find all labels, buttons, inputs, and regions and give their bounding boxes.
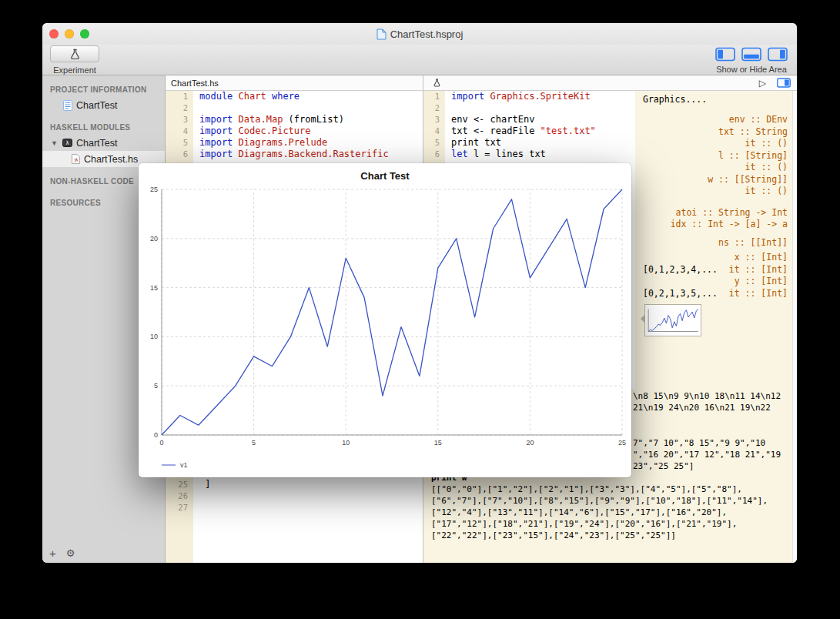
code-line: 4txt <- readFile "test.txt" — [423, 125, 635, 137]
line-number: 6 — [166, 149, 193, 160]
result-entry: idx :: Int -> [a] -> a — [643, 219, 788, 231]
svg-text:10: 10 — [150, 333, 158, 340]
editor-visible-bottom: 25 ]2627 — [166, 479, 423, 514]
result-entry: [0,2,1,3,5,...it :: [Int] — [643, 288, 788, 300]
output-line: [["0","0"],["1","2"],["2","1"],["3","3"]… — [431, 483, 797, 495]
result-entry: env :: DEnv — [643, 114, 788, 126]
chart-title: Chart Test — [139, 163, 631, 182]
code-line: 6import Diagrams.Backend.Rasterific — [166, 149, 423, 160]
gear-icon[interactable]: ⚙ — [66, 547, 75, 559]
sidebar-section-project-information: PROJECT INFORMATION — [42, 75, 165, 97]
result-entry: it :: () — [643, 186, 788, 198]
results-entries: env :: DEnvtxt :: Stringit :: ()l :: [St… — [643, 114, 788, 299]
line-number: 4 — [423, 125, 445, 137]
result-entry: x :: [Int] — [643, 252, 788, 264]
editor-tab-bar: ChartTest.hs — [166, 75, 423, 91]
line-number: 3 — [423, 114, 445, 125]
svg-text:5: 5 — [154, 382, 158, 390]
result-entry: w :: [[String]] — [643, 174, 788, 186]
output-line: ","16 20","17 12","18 21","19 — [633, 449, 797, 460]
sidebar-item-label: ChartTest — [76, 100, 118, 111]
result-entry: it :: () — [643, 138, 788, 150]
svg-text:v1: v1 — [180, 461, 188, 469]
code-line: 6let l = lines txt — [423, 149, 635, 160]
code-line: 3import Data.Map (fromList) — [166, 114, 423, 125]
code-line: 3env <- chartEnv — [423, 114, 635, 125]
line-number: 5 — [166, 137, 193, 149]
line-number: 25 — [166, 479, 193, 490]
disclosure-triangle-icon[interactable]: ▼ — [51, 139, 59, 147]
sidebar-item-charttest-module[interactable]: ▼ λ ChartTest — [42, 135, 165, 151]
playground-code-lines: 1import Graphics.SpriteKit23env <- chart… — [423, 91, 635, 160]
haskell-file-icon: >λ — [72, 154, 80, 164]
code-line: 25 ] — [166, 479, 423, 490]
output-line: \n8 15\n9 9\n10 18\n11 14\n12 — [633, 390, 797, 402]
chart-thumbnail[interactable] — [644, 304, 701, 336]
output-line: ["6","7"],["7","10"],["8","15"],["9","9"… — [431, 495, 797, 507]
experiment-label: Experiment — [49, 65, 100, 75]
flask-icon — [69, 49, 81, 60]
line-number: 2 — [166, 102, 193, 114]
sidebar-item-label: ChartTest — [76, 138, 118, 149]
hide-results-pane-button[interactable] — [777, 78, 791, 88]
minimize-button[interactable] — [65, 29, 74, 38]
chart-thumbnail-svg — [645, 305, 701, 336]
svg-text:20: 20 — [526, 439, 534, 447]
svg-text:15: 15 — [434, 439, 442, 447]
scrollbar[interactable] — [792, 91, 797, 563]
zoom-button[interactable] — [80, 29, 89, 38]
output-line: ["12","4"],["13","11"],["14","6"],["15",… — [431, 507, 797, 518]
tab-charttest-hs[interactable]: ChartTest.hs — [166, 79, 219, 88]
code-line: 27 — [166, 502, 423, 514]
toolbar: Experiment Show or Hide Area — [42, 45, 797, 75]
module-icon: λ — [62, 139, 72, 147]
window-title: ChartTest.hsproj — [390, 28, 464, 40]
project-document-icon — [63, 100, 72, 111]
svg-text:20: 20 — [150, 235, 158, 243]
code-line: 5import Diagrams.Prelude — [166, 137, 423, 149]
chart-popup: Chart Test 05101520250510152025v1 — [139, 163, 631, 477]
code-line: 2 — [166, 102, 423, 114]
code-line: 4import Codec.Picture — [166, 125, 423, 137]
close-button[interactable] — [49, 29, 59, 38]
toggle-right-panel-button[interactable] — [768, 47, 788, 62]
result-entry: ns :: [[Int]] — [643, 237, 788, 249]
add-button[interactable]: + — [49, 547, 56, 560]
window-titlebar[interactable]: ChartTest.hsproj — [42, 23, 797, 45]
sidebar-item-charttest-project[interactable]: ChartTest — [42, 97, 165, 113]
editor-visible-top: 1module Chart where23import Data.Map (fr… — [166, 91, 423, 160]
code-line: 2 — [423, 102, 635, 114]
app-window: ChartTest.hsproj Experiment — [42, 23, 797, 563]
toggle-left-panel-button[interactable] — [715, 47, 735, 62]
svg-text:0: 0 — [154, 431, 158, 439]
svg-text:15: 15 — [150, 284, 158, 292]
output-line: ["17","12"],["18","21"],["19","24"],["20… — [431, 518, 797, 530]
line-number: 1 — [166, 91, 193, 102]
svg-text:0: 0 — [159, 439, 163, 447]
run-button[interactable]: ▷ — [759, 78, 766, 89]
output-line: 21\n19 24\n20 16\n21 19\n22 — [633, 402, 797, 413]
result-entry: atoi :: String -> Int — [643, 207, 788, 219]
code-line: 1module Chart where — [166, 91, 423, 102]
line-number: 27 — [166, 502, 193, 514]
code-line: 1import Graphics.SpriteKit — [423, 91, 635, 102]
result-entry: l :: [String] — [643, 150, 788, 162]
show-hide-area-label: Show or Hide Area — [715, 65, 788, 74]
project-file-icon — [376, 28, 387, 40]
sidebar-section-haskell-modules: HASKELL MODULES — [42, 113, 165, 135]
sidebar-item-label: ChartTest.hs — [84, 154, 138, 165]
experiment-button[interactable] — [50, 45, 99, 62]
line-number: 6 — [423, 149, 445, 160]
line-number: 1 — [423, 91, 445, 102]
toggle-bottom-panel-button[interactable] — [741, 47, 761, 62]
playground-tab-bar: ▷ — [423, 75, 797, 91]
output-line: ["22","22"],["23","15"],["24","23"],["25… — [431, 530, 797, 541]
result-entry: y :: [Int] — [643, 276, 788, 288]
svg-text:10: 10 — [342, 439, 350, 447]
svg-text:25: 25 — [150, 186, 158, 193]
output-line: 23","25 25"] — [633, 460, 797, 472]
output-line: 7","7 10","8 15","9 9","10 — [633, 437, 797, 449]
results-header: Graphics.... — [643, 94, 788, 105]
result-entry: it :: () — [643, 162, 788, 174]
flask-icon — [433, 78, 441, 88]
